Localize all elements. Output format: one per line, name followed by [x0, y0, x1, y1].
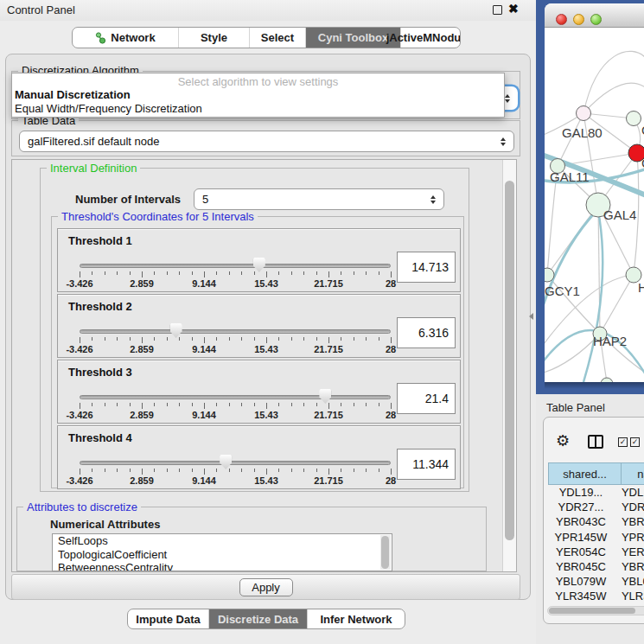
node-label-hap2: HAP2 — [593, 334, 627, 348]
attributes-section: Attributes to discretize Numerical Attri… — [16, 507, 487, 571]
algorithm-dropdown-popup: Select algorithm to view settings Manual… — [11, 73, 505, 118]
cell-name[interactable]: YBR043C — [614, 515, 644, 528]
dropdown-placeholder-option[interactable]: Select algorithm to view settings — [12, 73, 504, 88]
network-canvas[interactable]: GAL80 GA C GAL11 GAL4 GCY1 H HAP2 — [545, 28, 644, 382]
close-traffic-light-icon[interactable] — [556, 14, 567, 25]
tab-label: Select — [261, 31, 294, 44]
table-row[interactable]: YDL19...YDL19... — [548, 485, 644, 500]
thresholds-title: Threshold's Coordinates for 5 Intervals — [58, 210, 258, 223]
table-row[interactable]: YBL079WYBL079W — [548, 574, 644, 589]
tab-network[interactable]: Network — [73, 28, 178, 48]
threshold-label: Threshold 4 — [68, 431, 132, 444]
threshold-value-field[interactable]: 21.4 — [397, 383, 456, 414]
settings-panel-scrollbar[interactable] — [502, 160, 516, 571]
table-row[interactable]: YER054CYER054C — [548, 545, 644, 559]
scrollbar-thumb[interactable] — [549, 608, 635, 614]
cell-shared-name[interactable]: YBR045C — [548, 560, 614, 573]
network-icon — [95, 32, 106, 44]
node-label-gal4: GAL4 — [603, 207, 636, 222]
number-of-intervals-combobox[interactable]: 5 — [194, 188, 444, 210]
threshold-panel: Threshold 3 -3.4262.8599.14415.4321.7152… — [57, 360, 461, 424]
cell-name[interactable]: YPR145W — [614, 531, 644, 544]
threshold-value-field[interactable]: 14.713 — [397, 252, 456, 283]
apply-button[interactable]: Apply — [239, 578, 293, 596]
dropdown-option-manual[interactable]: Manual Discretization — [12, 88, 504, 102]
threshold-slider-thumb[interactable] — [170, 323, 182, 338]
threshold-value-field[interactable]: 11.344 — [397, 449, 456, 480]
attribute-list-item[interactable]: BetweennessCentrality — [53, 561, 392, 571]
checkbox-icon[interactable]: ✓ — [630, 437, 640, 447]
close-icon[interactable]: ✖ — [508, 2, 519, 16]
cell-name[interactable]: YLR345W — [614, 590, 644, 603]
threshold-slider-thumb[interactable] — [253, 258, 265, 272]
scrollbar-thumb[interactable] — [505, 181, 514, 540]
checkbox-icon[interactable]: ✓ — [618, 437, 628, 447]
tab-label: jActiveMNodules — [386, 31, 461, 44]
threshold-slider-track[interactable] — [80, 264, 391, 268]
attribute-list-item[interactable]: TopologicalCoefficient — [53, 548, 392, 562]
threshold-slider-track[interactable] — [80, 395, 391, 399]
table-horizontal-scrollbar[interactable] — [547, 606, 644, 615]
cell-name[interactable]: YBL079W — [614, 575, 644, 588]
number-of-intervals-label: Number of Intervals — [75, 193, 181, 206]
tab-impute-data[interactable]: Impute Data — [128, 609, 208, 628]
network-node-gal80[interactable] — [577, 106, 591, 121]
network-node[interactable] — [627, 112, 641, 126]
table-row[interactable]: YDR27...YDR27... — [548, 500, 644, 514]
number-of-intervals-value: 5 — [194, 193, 208, 206]
cell-shared-name[interactable]: YDR27... — [548, 501, 614, 513]
dropdown-option-equal-width[interactable]: Equal Width/Frequency Discretization — [12, 102, 504, 116]
tab-infer-network[interactable]: Infer Network — [307, 609, 405, 628]
cell-name[interactable]: YDL19... — [614, 486, 644, 499]
tab-label: Cyni Toolbox — [318, 31, 388, 44]
tab-style[interactable]: Style — [178, 28, 249, 48]
cell-shared-name[interactable]: YLR345W — [548, 590, 614, 603]
control-panel-titlebar: Control Panel ✖ — [0, 0, 536, 21]
cell-shared-name[interactable]: YDL19... — [548, 486, 614, 499]
cell-name[interactable]: YDR27... — [614, 501, 644, 513]
network-node-gcy1[interactable] — [545, 268, 554, 282]
column-header-shared-name[interactable]: shared... — [548, 462, 622, 485]
table-row[interactable]: YPR145WYPR145W — [548, 530, 644, 545]
zoom-traffic-light-icon[interactable] — [590, 14, 602, 25]
cell-shared-name[interactable]: YER054C — [548, 545, 614, 558]
column-header-name[interactable]: name — [622, 462, 644, 485]
network-window-titlebar[interactable] — [545, 3, 644, 28]
threshold-value-field[interactable]: 6.316 — [397, 317, 456, 348]
top-tab-bar: NetworkStyleSelectCyni ToolboxjActiveMNo… — [72, 27, 461, 48]
threshold-slider-track[interactable] — [80, 461, 391, 465]
settings-scroll-panel: Interval Definition Number of Intervals … — [11, 159, 517, 572]
threshold-slider-track[interactable] — [80, 329, 391, 334]
columns-icon[interactable] — [588, 435, 603, 449]
threshold-slider-thumb[interactable] — [220, 455, 232, 469]
float-window-icon[interactable] — [493, 5, 502, 15]
table-row[interactable]: YBR045CYBR045C — [548, 559, 644, 574]
table-data-combobox[interactable]: galFiltered.sif default node — [19, 131, 514, 152]
cell-name[interactable]: YBR045C — [614, 560, 644, 573]
control-panel-title: Control Panel — [7, 3, 75, 16]
threshold-panel: Threshold 4 -3.4262.8599.14415.4321.7152… — [57, 425, 461, 489]
bottom-tab-bar: Impute DataDiscretize DataInfer Network — [127, 609, 405, 629]
cell-shared-name[interactable]: YPR145W — [548, 531, 614, 544]
table-row[interactable]: YLR345WYLR345W — [548, 589, 644, 603]
minimize-traffic-light-icon[interactable] — [573, 14, 584, 25]
cell-name[interactable]: YER054C — [614, 545, 644, 558]
panel-divider-arrow-icon[interactable] — [529, 313, 533, 320]
tab-discretize-data[interactable]: Discretize Data — [208, 609, 307, 628]
table-data-selected-value: galFiltered.sif default node — [20, 135, 159, 148]
attribute-list-item[interactable]: SelfLoops — [53, 534, 392, 548]
tab-jactivemnodules[interactable]: jActiveMNodules — [400, 28, 461, 48]
tab-select[interactable]: Select — [249, 28, 305, 48]
combo-arrows-icon — [505, 94, 510, 103]
cell-shared-name[interactable]: YBL079W — [548, 575, 614, 588]
cell-shared-name[interactable]: YBR043C — [548, 515, 614, 528]
attributes-list-scrollbar[interactable] — [380, 535, 391, 570]
table-row[interactable]: YBR043CYBR043C — [548, 514, 644, 529]
gear-icon[interactable]: ⚙ — [556, 433, 570, 449]
threshold-slider-thumb[interactable] — [319, 389, 331, 404]
numerical-attributes-label: Numerical Attributes — [50, 518, 160, 531]
node-label-clipped: H — [638, 280, 644, 295]
apply-toolbar: Apply — [11, 574, 520, 600]
table-data-section: Table Data galFiltered.sif default node — [11, 120, 520, 156]
node-label-gcy1: GCY1 — [545, 284, 580, 298]
